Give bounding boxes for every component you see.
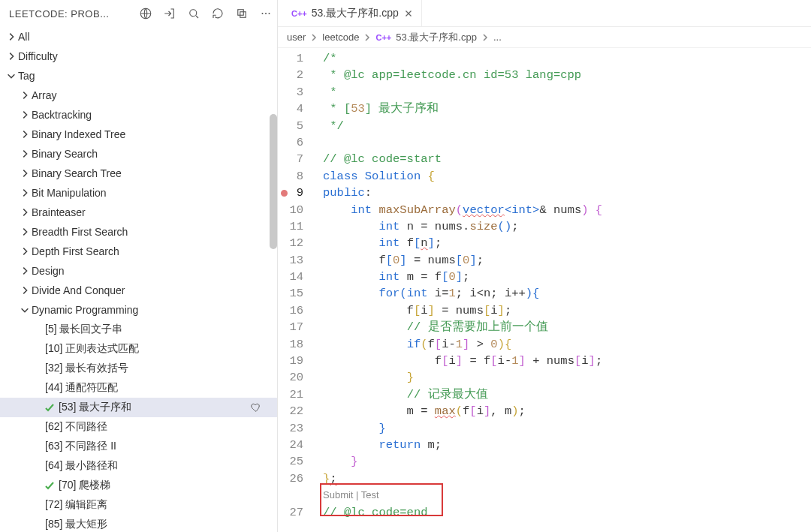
tree-problem[interactable]: [72] 编辑距离 (0, 495, 277, 515)
tree-item-label: Binary Search Tree (32, 167, 122, 179)
tree-problem[interactable]: [53] 最大子序和 (0, 398, 277, 417)
tree-item-label: [63] 不同路径 II (45, 440, 116, 453)
tree-tag[interactable]: Depth First Search (0, 242, 277, 261)
tree-tag[interactable]: Brainteaser (0, 203, 277, 222)
tree-item-label: Backtracking (32, 109, 92, 121)
code-line[interactable]: class Solution { (320, 168, 811, 185)
editor: C++ 53.最大子序和.cpp user leetcode C++ 53.最大… (278, 0, 811, 532)
app-root: LEETCODE: PROB... AllDifficultyTagArrayB… (0, 0, 811, 532)
tree-item-label: Depth First Search (32, 245, 119, 257)
signin-icon[interactable] (163, 7, 176, 20)
code-line[interactable]: */ (320, 118, 811, 134)
tree-problem[interactable]: [32] 最长有效括号 (0, 359, 277, 378)
tree-item-label: [32] 最长有效括号 (45, 362, 128, 375)
code-line[interactable]: public: (320, 185, 811, 201)
code-line[interactable]: m = max(f[i], m); (320, 403, 811, 419)
code-line[interactable]: * @lc app=leetcode.cn id=53 lang=cpp (320, 67, 811, 83)
tree-tag[interactable]: Backtracking (0, 105, 277, 125)
code-line[interactable]: return m; (320, 437, 811, 453)
sidebar-tree[interactable]: AllDifficultyTagArrayBacktrackingBinary … (0, 27, 277, 532)
tree-group-all[interactable]: All (0, 27, 277, 47)
tree-item-label: Difficulty (18, 50, 58, 62)
breadcrumb-item[interactable]: user (287, 32, 306, 43)
tree-item-label: [72] 编辑距离 (45, 498, 107, 512)
tree-item-label: Binary Indexed Tree (32, 128, 125, 140)
tree-group-difficulty[interactable]: Difficulty (0, 47, 277, 66)
code-area[interactable]: 1234567891011121314151617181920212223242… (278, 48, 811, 532)
svg-rect-2 (238, 10, 244, 16)
tree-item-label: [10] 正则表达式匹配 (45, 342, 139, 356)
tree-item-label: [85] 最大矩形 (45, 518, 107, 531)
tree-item-label: Bit Manipulation (32, 187, 107, 199)
gutter: 1234567891011121314151617181920212223242… (278, 48, 320, 532)
tree-tag[interactable]: Binary Indexed Tree (0, 125, 277, 144)
refresh-icon[interactable] (211, 7, 225, 20)
collapse-icon[interactable] (235, 7, 249, 20)
code-line[interactable]: int f[n]; (320, 235, 811, 251)
tree-problem[interactable]: [5] 最长回文子串 (0, 320, 277, 339)
tree-tag[interactable]: Dynamic Programming (0, 300, 277, 320)
cpp-file-icon: C++ (291, 9, 307, 18)
tree-tag[interactable]: Breadth First Search (0, 222, 277, 242)
code-line[interactable]: /* (320, 50, 811, 67)
code-line[interactable]: // @lc code=start (320, 151, 811, 167)
breadcrumb-file[interactable]: 53.最大子序和.cpp (396, 31, 477, 44)
tree-item-label: Dynamic Programming (32, 304, 138, 316)
tree-item-label: [70] 爬楼梯 (59, 479, 110, 492)
code-line[interactable]: int m = f[0]; (320, 269, 811, 285)
tab-bar: C++ 53.最大子序和.cpp (278, 0, 811, 27)
tree-group-tag[interactable]: Tag (0, 66, 277, 86)
tree-tag[interactable]: Binary Search Tree (0, 164, 277, 183)
code-line[interactable]: f[0] = nums[0]; (320, 252, 811, 269)
highlight-box (320, 483, 443, 516)
code-line[interactable]: int maxSubArray(vector<int>& nums) { (320, 202, 811, 218)
search-icon[interactable] (187, 7, 200, 20)
tree-problem[interactable]: [85] 最大矩形 (0, 515, 277, 532)
code-line[interactable]: f[i] = f[i-1] + nums[i]; (320, 353, 811, 369)
tree-tag[interactable]: Bit Manipulation (0, 183, 277, 203)
breadcrumb-tail[interactable]: ... (493, 32, 502, 43)
code-line[interactable]: * [53] 最大子序和 (320, 101, 811, 117)
code-line[interactable]: } (320, 453, 811, 470)
tree-tag[interactable]: Array (0, 86, 277, 105)
tree-problem[interactable]: [62] 不同路径 (0, 417, 277, 437)
svg-rect-3 (240, 12, 246, 18)
tree-item-label: Tag (18, 70, 35, 82)
code-line[interactable]: // 记录最大值 (320, 386, 811, 403)
code-line[interactable]: // 是否需要加上前一个值 (320, 319, 811, 335)
code-line[interactable]: } (320, 369, 811, 386)
tab-active[interactable]: C++ 53.最大子序和.cpp (284, 0, 422, 26)
tree-item-label: [62] 不同路径 (45, 420, 107, 434)
code-line[interactable]: if(f[i-1] > 0){ (320, 336, 811, 353)
breadcrumb-item[interactable]: leetcode (322, 32, 359, 43)
svg-point-4 (262, 13, 264, 14)
tree-tag[interactable]: Design (0, 261, 277, 281)
more-icon[interactable] (259, 7, 273, 20)
tree-item-label: All (18, 31, 30, 43)
sidebar-header: LEETCODE: PROB... (0, 0, 277, 27)
code-line[interactable]: } (320, 420, 811, 437)
svg-point-5 (265, 13, 267, 14)
cpp-file-icon: C++ (375, 33, 391, 42)
tree-problem[interactable]: [44] 通配符匹配 (0, 378, 277, 398)
sidebar-title: LEETCODE: PROB... (5, 8, 128, 20)
tree-item-label: Breadth First Search (32, 226, 128, 238)
tree-tag[interactable]: Binary Search (0, 144, 277, 164)
globe-icon[interactable] (139, 7, 152, 20)
code-line[interactable] (320, 134, 811, 151)
tree-problem[interactable]: [63] 不同路径 II (0, 437, 277, 456)
tree-problem[interactable]: [10] 正则表达式匹配 (0, 339, 277, 359)
tree-problem[interactable]: [64] 最小路径和 (0, 456, 277, 476)
breakpoint-icon[interactable] (281, 190, 288, 197)
code-line[interactable]: for(int i=1; i<n; i++){ (320, 285, 811, 302)
tree-item-label: Array (32, 89, 56, 101)
svg-point-1 (190, 10, 197, 17)
code-line[interactable]: int n = nums.size(); (320, 218, 811, 235)
code-line[interactable]: f[i] = nums[i]; (320, 302, 811, 319)
tree-tag[interactable]: Divide And Conquer (0, 281, 277, 300)
code-line[interactable]: * (320, 84, 811, 101)
close-icon[interactable] (403, 8, 414, 19)
breadcrumb[interactable]: user leetcode C++ 53.最大子序和.cpp ... (278, 27, 811, 48)
code[interactable]: /* * @lc app=leetcode.cn id=53 lang=cpp … (320, 48, 811, 532)
tree-problem[interactable]: [70] 爬楼梯 (0, 476, 277, 495)
